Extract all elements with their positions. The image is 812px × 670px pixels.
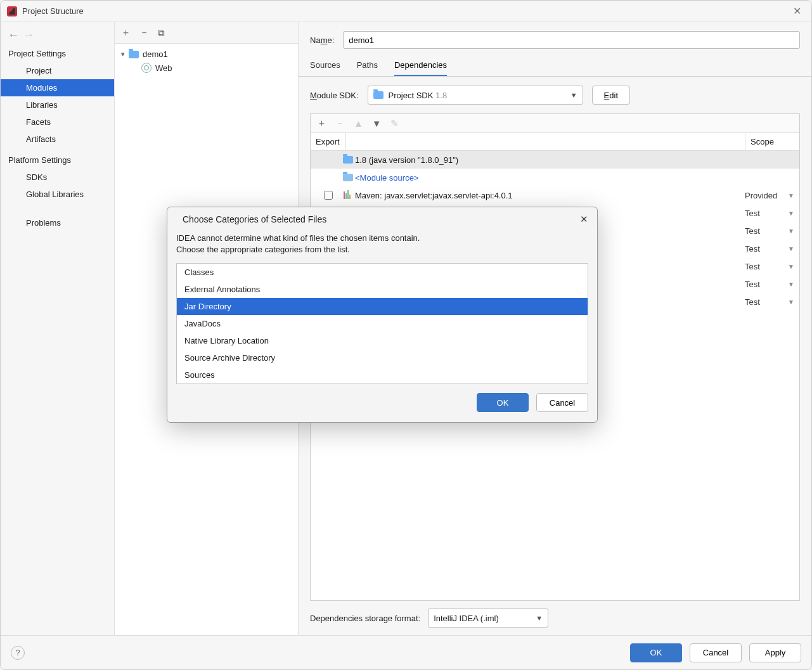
module-sdk-label: Module SDK: — [310, 91, 359, 100]
sidebar-item-global-libraries[interactable]: Global Libraries — [1, 186, 114, 203]
storage-format-label: Dependencies storage format: — [310, 614, 420, 623]
dependency-name: 1.8 (java version "1.8.0_91") — [355, 155, 794, 165]
project-settings-heading: Project Settings — [1, 45, 114, 62]
tab-sources[interactable]: Sources — [310, 55, 340, 76]
tree-toolbar: ＋ － ⧉ — [115, 22, 298, 44]
category-external-annotations[interactable]: External Annotations — [177, 281, 588, 298]
dependencies-header: Export Scope — [311, 133, 799, 151]
scope-dropdown[interactable]: Test▼ — [745, 297, 794, 307]
settings-sidebar: ← → Project Settings Project Modules Lib… — [1, 22, 115, 635]
category-source-archive[interactable]: Source Archive Directory — [177, 349, 588, 366]
dialog-cancel-button[interactable]: Cancel — [536, 393, 588, 412]
add-icon[interactable]: ＋ — [121, 27, 131, 39]
sidebar-item-libraries[interactable]: Libraries — [1, 96, 114, 113]
category-list[interactable]: Classes External Annotations Jar Directo… — [176, 263, 588, 384]
dependency-name: Maven: javax.servlet:javax.servlet-api:4… — [355, 191, 745, 200]
help-icon[interactable]: ? — [11, 646, 25, 660]
tree-node-web[interactable]: Web — [121, 61, 292, 75]
remove-icon[interactable]: － — [139, 27, 149, 39]
module-folder-icon — [129, 51, 139, 58]
sdk-folder-icon — [373, 91, 383, 99]
category-classes[interactable]: Classes — [177, 264, 588, 281]
tab-dependencies[interactable]: Dependencies — [394, 55, 447, 76]
scope-dropdown[interactable]: Test▼ — [745, 209, 794, 218]
tree-node-label: Web — [155, 63, 172, 73]
export-checkbox[interactable] — [324, 191, 333, 200]
tab-paths[interactable]: Paths — [357, 55, 378, 76]
cancel-button[interactable]: Cancel — [690, 643, 742, 662]
storage-format-value: IntelliJ IDEA (.iml) — [434, 614, 499, 623]
scope-dropdown[interactable]: Test▼ — [745, 262, 794, 271]
platform-settings-heading: Platform Settings — [1, 151, 114, 169]
dependencies-toolbar: ＋ － ▲ ▼ ✎ — [311, 114, 799, 133]
edit-dependency-icon[interactable]: ✎ — [390, 118, 399, 129]
apply-button[interactable]: Apply — [749, 643, 801, 662]
nav-forward-icon[interactable]: → — [22, 29, 35, 41]
sidebar-item-sdks[interactable]: SDKs — [1, 169, 114, 186]
sdk-value: Project SDK 1.8 — [389, 91, 448, 100]
scope-dropdown[interactable]: Provided▼ — [745, 191, 794, 200]
dialog-footer: ? OK Cancel Apply — [1, 635, 811, 669]
tree-node-demo1[interactable]: ▾ demo1 — [121, 48, 292, 61]
tree-node-label: demo1 — [143, 49, 168, 59]
header-export[interactable]: Export — [311, 133, 346, 150]
sidebar-item-problems[interactable]: Problems — [1, 214, 114, 231]
sdk-folder-icon — [343, 156, 353, 164]
module-tabs: Sources Paths Dependencies — [299, 55, 811, 77]
source-folder-icon — [343, 174, 353, 181]
scope-dropdown[interactable]: Test▼ — [745, 244, 794, 254]
edit-sdk-button[interactable]: Edit — [592, 86, 630, 105]
sidebar-item-facets[interactable]: Facets — [1, 113, 114, 131]
dependency-row-maven[interactable]: Maven: javax.servlet:javax.servlet-api:4… — [311, 186, 799, 204]
add-dependency-icon[interactable]: ＋ — [317, 117, 326, 129]
chevron-down-icon: ▼ — [570, 91, 577, 99]
window-title: Project Structure — [22, 6, 84, 16]
scope-dropdown[interactable]: Test▼ — [745, 226, 794, 236]
chevron-down-icon[interactable]: ▾ — [121, 50, 125, 58]
move-down-icon[interactable]: ▼ — [372, 118, 382, 129]
remove-dependency-icon[interactable]: － — [335, 117, 345, 129]
dependency-row-sdk[interactable]: 1.8 (java version "1.8.0_91") — [311, 151, 799, 169]
move-up-icon[interactable]: ▲ — [354, 118, 363, 129]
dependency-row-module-source[interactable]: <Module source> — [311, 169, 799, 186]
web-facet-icon — [141, 63, 151, 73]
dialog-description: IDEA cannot determine what kind of files… — [167, 231, 597, 261]
category-jar-directory[interactable]: Jar Directory — [177, 298, 588, 315]
category-native-library[interactable]: Native Library Location — [177, 332, 588, 349]
sidebar-item-modules[interactable]: Modules — [1, 79, 114, 96]
dialog-title: Choose Categories of Selected Files — [183, 214, 326, 224]
name-label: Name: — [310, 35, 334, 45]
dialog-ok-button[interactable]: OK — [477, 393, 529, 412]
library-icon — [344, 190, 352, 201]
dependency-name: <Module source> — [355, 173, 794, 183]
header-scope[interactable]: Scope — [745, 133, 799, 150]
close-icon[interactable]: ✕ — [789, 4, 805, 18]
sidebar-item-artifacts[interactable]: Artifacts — [1, 131, 114, 148]
scope-dropdown[interactable]: Test▼ — [745, 280, 794, 289]
storage-format-combo[interactable]: IntelliJ IDEA (.iml) ▼ — [428, 609, 548, 628]
category-sources[interactable]: Sources — [177, 366, 588, 383]
choose-categories-dialog: Choose Categories of Selected Files ✕ ID… — [167, 207, 598, 423]
titlebar: Project Structure ✕ — [1, 1, 811, 22]
ok-button[interactable]: OK — [630, 643, 682, 662]
nav-back-icon[interactable]: ← — [7, 29, 20, 41]
sidebar-item-project[interactable]: Project — [1, 62, 114, 79]
module-sdk-combo[interactable]: Project SDK 1.8 ▼ — [368, 86, 583, 105]
copy-icon[interactable]: ⧉ — [158, 27, 165, 39]
header-name — [346, 133, 745, 150]
module-name-input[interactable] — [343, 31, 800, 49]
intellij-icon — [7, 6, 17, 16]
close-icon[interactable]: ✕ — [580, 214, 588, 225]
chevron-down-icon: ▼ — [536, 614, 543, 622]
category-javadocs[interactable]: JavaDocs — [177, 315, 588, 332]
